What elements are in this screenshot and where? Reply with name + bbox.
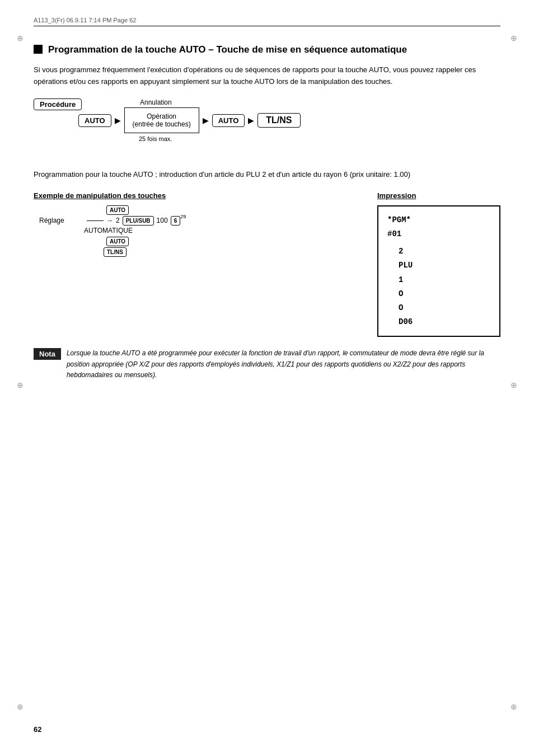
seq-val6: 6 — [171, 216, 181, 226]
header-text: A113_3(Fr) 06.9.11 7:14 PM Page 62 — [34, 17, 136, 24]
seq-tlns-key: TL/NS — [104, 247, 127, 257]
seq-automatique-label: AUTOMATIQUE — [84, 227, 360, 234]
imp-line-3: 2 — [399, 245, 490, 259]
seq-val100: 100 — [157, 217, 168, 224]
manipulation-col: Exemple de manipulation des touches AUTO… — [34, 191, 360, 257]
nota-section: Nota Lorsque la touche AUTO a été progra… — [34, 348, 500, 381]
crop-mark-tr: ⊕ — [510, 34, 517, 43]
page-container: ⊕ ⊕ ⊕ ⊕ ⊕ ⊕ A113_3(Fr) 06.9.11 7:14 PM P… — [0, 0, 534, 756]
intro-text: Si vous programmez fréquemment l'exécuti… — [34, 64, 500, 88]
page-header: A113_3(Fr) 06.9.11 7:14 PM Page 62 — [34, 17, 500, 26]
tlns-key: TL/NS — [257, 113, 300, 128]
auto-key-2: AUTO — [212, 114, 245, 127]
nota-text: Lorsque la touche AUTO a été programmée … — [67, 348, 500, 381]
seq-dash-line — [87, 220, 104, 221]
operation-label: Opération — [133, 112, 191, 120]
arrow-1: ▶ — [115, 116, 121, 125]
two-col-section: Exemple de manipulation des touches AUTO… — [34, 191, 500, 337]
page-number: 62 — [34, 725, 41, 734]
seq-val2: 2 — [116, 217, 120, 224]
title-text: Programmation de la touche AUTO – Touche… — [48, 43, 407, 57]
crop-mark-ml: ⊕ — [17, 381, 24, 389]
annulation-label: Annulation — [140, 98, 500, 106]
operation-sub: (entrée de touches) — [133, 120, 191, 128]
crop-mark-tl: ⊕ — [17, 34, 24, 43]
imp-line-8: D06 — [399, 315, 490, 329]
impression-box: *PGM* #01 2 PLU 1 O O D06 — [377, 205, 500, 337]
crop-mark-mr: ⊕ — [510, 381, 517, 389]
arrow-3: ▶ — [248, 116, 254, 125]
key-sequence: AUTO Réglage → 2 PLU/SUB 100 6 29 AU — [39, 205, 360, 257]
seq-arrow: → — [106, 217, 113, 224]
seq-plusub-key: PLU/SUB — [123, 216, 154, 226]
seq-val6-box: 6 29 — [171, 216, 181, 226]
title-square-icon — [34, 45, 43, 54]
seq-val29: 29 — [180, 214, 186, 219]
auto-key-1: AUTO — [78, 114, 111, 127]
section-title: Programmation de la touche AUTO – Touche… — [34, 43, 500, 57]
imp-line-5: 1 — [399, 273, 490, 287]
nota-badge: Nota — [34, 348, 61, 360]
procedure-badge: Procédure — [34, 98, 82, 110]
seq-reglage-label: Réglage — [39, 217, 84, 224]
crop-mark-br: ⊕ — [510, 702, 517, 711]
impression-title: Impression — [377, 191, 500, 200]
seq-auto-top: AUTO — [106, 205, 129, 215]
crop-mark-bl: ⊕ — [17, 702, 24, 711]
seq-auto-bottom: AUTO — [106, 237, 129, 246]
manipulation-title: Exemple de manipulation des touches — [34, 191, 360, 200]
times-label: 25 fois max. — [139, 135, 500, 142]
imp-line-4: PLU — [399, 259, 490, 273]
impression-col: Impression *PGM* #01 2 PLU 1 O O D06 — [377, 191, 500, 337]
prog-text: Programmation pour la touche AUTO ; intr… — [34, 169, 500, 180]
operation-bracket: Opération (entrée de touches) — [124, 107, 199, 133]
imp-line-1: *PGM* — [387, 213, 490, 227]
procedure-section: Procédure Annulation AUTO ▶ Opération (e… — [34, 98, 500, 160]
arrow-2: ▶ — [203, 116, 209, 125]
imp-line-6: O — [399, 287, 490, 301]
imp-line-2: #01 — [387, 227, 490, 241]
imp-line-7: O — [399, 301, 490, 315]
